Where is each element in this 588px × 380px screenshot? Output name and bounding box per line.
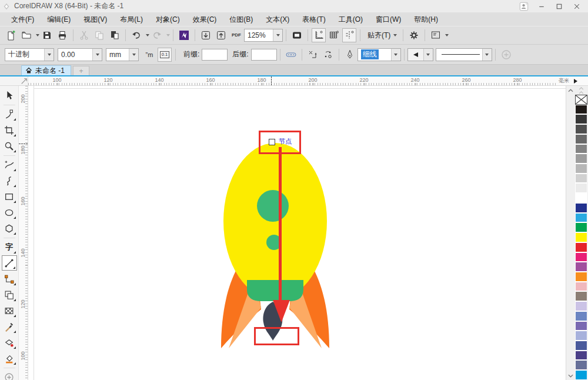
color-swatch[interactable]	[575, 242, 587, 252]
new-tab-button[interactable]: +	[73, 66, 89, 75]
view-rulers-icon[interactable]	[312, 28, 326, 42]
more-tools-button[interactable]	[2, 369, 17, 380]
menu-layout[interactable]: 布局(L)	[113, 13, 149, 26]
color-swatch[interactable]	[575, 282, 587, 292]
undo-icon[interactable]	[129, 28, 143, 42]
new-document-icon[interactable]	[4, 28, 18, 42]
no-color-swatch[interactable]	[575, 95, 587, 105]
open-dropdown[interactable]	[36, 34, 39, 36]
zoom-tool[interactable]	[2, 138, 17, 154]
menu-table[interactable]: 表格(T)	[296, 13, 332, 26]
save-icon[interactable]	[40, 28, 54, 42]
menu-edit[interactable]: 编辑(E)	[41, 13, 77, 26]
color-swatch[interactable]	[575, 203, 587, 213]
color-swatch[interactable]	[575, 360, 587, 370]
prefix-input[interactable]	[202, 49, 228, 61]
shape-tool[interactable]	[2, 106, 17, 122]
palette-scroll-up-icon[interactable]	[575, 91, 587, 95]
color-swatch[interactable]	[575, 114, 587, 124]
outline-width-combo[interactable]: 细线	[358, 48, 401, 61]
freehand-tool[interactable]	[2, 157, 17, 172]
close-button[interactable]	[568, 1, 586, 12]
dimension-style-combo[interactable]: 十进制	[5, 48, 54, 61]
color-swatch[interactable]	[575, 301, 587, 311]
drawing-canvas[interactable]: 节点	[28, 86, 566, 380]
precision-box-toggle[interactable]: 0.1	[158, 48, 172, 62]
arrowhead-combo[interactable]	[407, 48, 433, 61]
dynamic-dimension-icon[interactable]	[306, 48, 320, 62]
document-tab-active[interactable]: 未命名 -1	[21, 65, 71, 75]
ellipse-tool[interactable]	[2, 205, 17, 220]
eyedropper-tool[interactable]	[2, 319, 17, 334]
crop-tool[interactable]	[2, 122, 17, 138]
view-grid-icon[interactable]	[327, 28, 341, 42]
color-swatch[interactable]	[575, 351, 587, 361]
dimension-units-combo[interactable]: mm	[106, 48, 139, 61]
print-icon[interactable]	[55, 28, 69, 42]
color-swatch[interactable]	[575, 164, 587, 174]
color-swatch[interactable]	[575, 124, 587, 134]
pick-tool[interactable]	[2, 88, 17, 103]
menu-object[interactable]: 对象(C)	[149, 13, 186, 26]
window-layout-dropdown[interactable]	[445, 34, 449, 36]
text-tool[interactable]: 字	[2, 239, 17, 255]
color-swatch[interactable]	[575, 252, 587, 262]
color-swatch[interactable]	[575, 321, 587, 331]
menu-text[interactable]: 文本(X)	[259, 13, 296, 26]
palette-scroll-up-icon[interactable]	[575, 86, 587, 91]
color-swatch[interactable]	[575, 291, 587, 301]
menu-bitmaps[interactable]: 位图(B)	[223, 13, 259, 26]
application-launcher-icon[interactable]	[177, 28, 191, 42]
menu-file[interactable]: 文件(F)	[5, 13, 41, 26]
show-units-toggle[interactable]: ”m	[142, 48, 156, 62]
color-swatch[interactable]	[575, 311, 587, 321]
color-swatch[interactable]	[575, 222, 587, 232]
account-icon[interactable]	[515, 1, 533, 12]
color-swatch[interactable]	[575, 341, 587, 351]
scrollbar-track[interactable]	[566, 95, 574, 371]
suffix-input[interactable]	[251, 49, 277, 61]
color-swatch[interactable]	[575, 105, 587, 115]
dimension-label-pill-icon[interactable]	[284, 48, 298, 62]
color-swatch[interactable]	[575, 370, 587, 380]
fill-tool[interactable]	[2, 351, 17, 366]
color-swatch[interactable]	[575, 183, 587, 193]
export-icon[interactable]	[214, 28, 228, 42]
zoom-level-combo[interactable]: 125%	[244, 29, 283, 42]
color-swatch[interactable]	[575, 193, 587, 203]
undo-dropdown[interactable]	[146, 34, 149, 36]
color-swatch[interactable]	[575, 144, 587, 154]
snap-to-button[interactable]: 贴齐(T)	[364, 28, 399, 42]
rectangle-tool[interactable]	[2, 189, 17, 204]
options-gear-icon[interactable]	[407, 28, 421, 42]
full-screen-preview-icon[interactable]	[290, 28, 304, 42]
curve-tool[interactable]	[2, 173, 17, 188]
maximize-button[interactable]	[550, 1, 568, 12]
minimize-button[interactable]	[533, 1, 550, 12]
publish-pdf-icon[interactable]: PDF	[229, 28, 243, 42]
menu-effects[interactable]: 效果(C)	[186, 13, 223, 26]
connector-tool[interactable]	[2, 271, 17, 286]
menu-help[interactable]: 帮助(H)	[407, 13, 445, 26]
scroll-up-button[interactable]	[566, 86, 574, 95]
color-swatch[interactable]	[575, 272, 587, 282]
color-swatch[interactable]	[575, 134, 587, 144]
color-swatch[interactable]	[575, 213, 587, 223]
color-swatch[interactable]	[575, 331, 587, 341]
menu-window[interactable]: 窗口(W)	[369, 13, 407, 26]
color-swatch[interactable]	[575, 262, 587, 272]
line-style-combo[interactable]	[436, 48, 492, 61]
open-icon[interactable]	[19, 28, 34, 42]
polygon-tool[interactable]	[2, 221, 17, 236]
paste-icon[interactable]	[108, 28, 122, 42]
window-layout-icon[interactable]	[429, 28, 443, 42]
view-guidelines-icon[interactable]	[342, 28, 356, 42]
transparency-tool[interactable]	[2, 303, 17, 318]
import-icon[interactable]	[199, 28, 213, 42]
contour-tool[interactable]	[2, 287, 17, 302]
text-position-icon[interactable]	[321, 48, 335, 62]
menu-view[interactable]: 视图(V)	[77, 13, 113, 26]
color-swatch[interactable]	[575, 154, 587, 164]
color-swatch[interactable]	[575, 174, 587, 184]
vertical-scrollbar[interactable]	[566, 86, 574, 380]
